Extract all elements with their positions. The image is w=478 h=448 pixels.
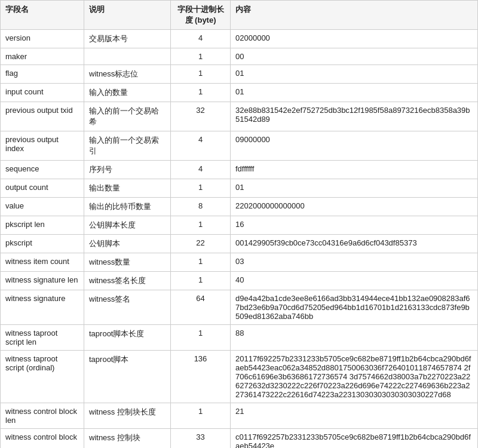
cell-len: 1: [171, 272, 231, 290]
cell-val: c0117f692257b2331233b5705ce9c682be8719ff…: [231, 429, 478, 449]
cell-val: fdffffff: [231, 161, 478, 179]
cell-len: 1: [171, 403, 231, 429]
cell-val: 00: [231, 48, 478, 65]
cell-desc: 序列号: [84, 161, 171, 179]
cell-desc: 输入的前一个交易索引: [84, 131, 171, 161]
cell-desc: witness数量: [84, 253, 171, 272]
table-row: witness taproot script (ordinal)taproot脚…: [1, 351, 478, 403]
cell-val: 2202000000000000: [231, 198, 478, 216]
cell-val: 001429905f39cb0ce73cc04316e9a6d6cf043df8…: [231, 235, 478, 253]
cell-field: flag: [1, 65, 84, 84]
cell-field: witness taproot script (ordinal): [1, 351, 84, 403]
cell-val: 02000000: [231, 30, 478, 48]
cell-val: 40: [231, 272, 478, 290]
cell-field: witness item count: [1, 253, 84, 272]
table-row: maker100: [1, 48, 478, 65]
cell-len: 33: [171, 429, 231, 449]
header-desc: 说明: [84, 1, 171, 30]
cell-desc: taproot脚本: [84, 351, 171, 403]
cell-len: 1: [171, 325, 231, 351]
cell-len: 4: [171, 161, 231, 179]
cell-val: 01: [231, 179, 478, 198]
table-row: witness control block lenwitness 控制块长度12…: [1, 403, 478, 429]
cell-desc: [84, 48, 171, 65]
table-row: witness signature lenwitness签名长度140: [1, 272, 478, 290]
cell-field: witness signature len: [1, 272, 84, 290]
cell-val: 16: [231, 216, 478, 235]
cell-field: input count: [1, 84, 84, 102]
cell-desc: witness签名长度: [84, 272, 171, 290]
table-row: value输出的比特币数量82202000000000000: [1, 198, 478, 216]
cell-field: previous output index: [1, 131, 84, 161]
cell-field: witness signature: [1, 290, 84, 325]
cell-len: 1: [171, 48, 231, 65]
cell-val: 01: [231, 65, 478, 84]
cell-len: 22: [171, 235, 231, 253]
cell-desc: 输出数量: [84, 179, 171, 198]
cell-desc: 输入的前一个交易哈希: [84, 102, 171, 131]
cell-val: 01: [231, 84, 478, 102]
cell-val: 88: [231, 325, 478, 351]
cell-desc: 公钥脚本: [84, 235, 171, 253]
cell-field: output count: [1, 179, 84, 198]
table-row: previous output txid输入的前一个交易哈希3232e88b83…: [1, 102, 478, 131]
table-row: previous output index输入的前一个交易索引409000000: [1, 131, 478, 161]
cell-field: version: [1, 30, 84, 48]
cell-len: 32: [171, 102, 231, 131]
table-row: witness taproot script lentaproot脚本长度188: [1, 325, 478, 351]
table-row: witness item countwitness数量103: [1, 253, 478, 272]
table-row: pkscript len公钥脚本长度116: [1, 216, 478, 235]
header-val: 内容: [231, 1, 478, 30]
cell-len: 64: [171, 290, 231, 325]
cell-len: 1: [171, 253, 231, 272]
cell-desc: witness 控制块: [84, 429, 171, 449]
cell-len: 4: [171, 30, 231, 48]
cell-len: 4: [171, 131, 231, 161]
cell-desc: taproot脚本长度: [84, 325, 171, 351]
cell-field: value: [1, 198, 84, 216]
table-row: pkscript公钥脚本22001429905f39cb0ce73cc04316…: [1, 235, 478, 253]
cell-field: previous output txid: [1, 102, 84, 131]
cell-val: 03: [231, 253, 478, 272]
cell-desc: witness标志位: [84, 65, 171, 84]
cell-field: witness taproot script len: [1, 325, 84, 351]
cell-field: pkscript: [1, 235, 84, 253]
cell-val: 09000000: [231, 131, 478, 161]
cell-field: maker: [1, 48, 84, 65]
table-row: output count输出数量101: [1, 179, 478, 198]
table-row: witness signaturewitness签名64d9e4a42ba1cd…: [1, 290, 478, 325]
cell-len: 1: [171, 179, 231, 198]
cell-field: witness control block: [1, 429, 84, 449]
table-row: flagwitness标志位101: [1, 65, 478, 84]
cell-len: 1: [171, 216, 231, 235]
cell-len: 1: [171, 65, 231, 84]
cell-len: 136: [171, 351, 231, 403]
table-row: version交易版本号402000000: [1, 30, 478, 48]
table-row: sequence序列号4fdffffff: [1, 161, 478, 179]
cell-val: d9e4a42ba1cde3ee8e6166ad3bb314944ece41bb…: [231, 290, 478, 325]
cell-desc: 交易版本号: [84, 30, 171, 48]
cell-len: 1: [171, 84, 231, 102]
cell-field: witness control block len: [1, 403, 84, 429]
cell-desc: witness 控制块长度: [84, 403, 171, 429]
table-row: witness control blockwitness 控制块33c0117f…: [1, 429, 478, 449]
cell-field: pkscript len: [1, 216, 84, 235]
cell-desc: witness签名: [84, 290, 171, 325]
cell-field: sequence: [1, 161, 84, 179]
cell-val: 21: [231, 403, 478, 429]
cell-desc: 输出的比特币数量: [84, 198, 171, 216]
cell-val: 20117f692257b2331233b5705ce9c682be8719ff…: [231, 351, 478, 403]
table-row: input count输入的数量101: [1, 84, 478, 102]
cell-len: 8: [171, 198, 231, 216]
cell-desc: 公钥脚本长度: [84, 216, 171, 235]
cell-val: 32e88b831542e2ef752725db3bc12f1985f58a89…: [231, 102, 478, 131]
header-field: 字段名: [1, 1, 84, 30]
header-len: 字段十进制长度 (byte): [171, 1, 231, 30]
cell-desc: 输入的数量: [84, 84, 171, 102]
